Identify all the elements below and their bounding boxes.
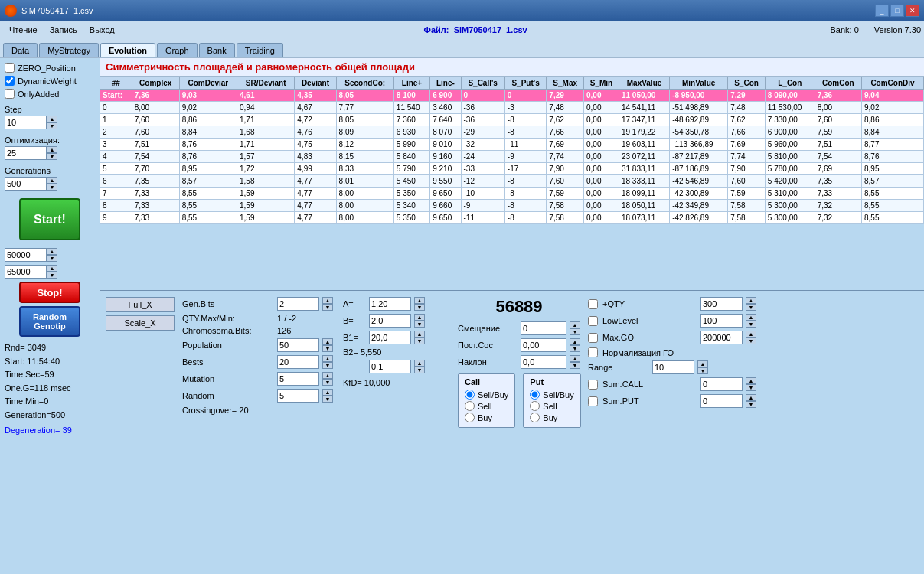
tab-traiding[interactable]: Traiding — [237, 43, 283, 57]
only-added-checkbox[interactable] — [5, 89, 15, 99]
optim-input[interactable] — [5, 146, 47, 160]
mut-up[interactable]: ▲ — [322, 372, 333, 379]
lowlevel-input[interactable] — [700, 314, 743, 328]
start-button[interactable]: Start! — [19, 198, 80, 240]
sumcall-check[interactable] — [588, 380, 598, 390]
random-button[interactable]: RandomGenotip — [19, 306, 80, 337]
mut-down[interactable]: ▼ — [322, 379, 333, 386]
sumput-down[interactable]: ▼ — [746, 401, 756, 408]
rand-down[interactable]: ▼ — [322, 396, 333, 403]
range-up[interactable]: ▲ — [697, 360, 708, 367]
population-input[interactable] — [277, 338, 319, 352]
sumput-input[interactable] — [700, 394, 743, 408]
gen-up[interactable]: ▲ — [47, 177, 57, 184]
b-input[interactable] — [369, 314, 411, 328]
tab-bank[interactable]: Bank — [199, 43, 235, 57]
b-up[interactable]: ▲ — [414, 314, 425, 321]
call-buy-radio[interactable] — [465, 413, 475, 422]
maxgo-up[interactable]: ▲ — [746, 331, 756, 338]
lowlevel-check[interactable] — [588, 316, 598, 326]
gen-bits-up[interactable]: ▲ — [322, 297, 333, 304]
call-sell-radio[interactable] — [465, 401, 475, 411]
plusqty-up[interactable]: ▲ — [746, 297, 756, 304]
dynamic-weight-checkbox[interactable] — [5, 76, 15, 86]
minimize-button[interactable]: _ — [875, 5, 889, 17]
smesh-down[interactable]: ▼ — [570, 328, 580, 335]
gen-input[interactable] — [5, 177, 47, 191]
smesh-input[interactable] — [521, 321, 566, 335]
range-input[interactable] — [652, 360, 694, 374]
maxgo-check[interactable] — [588, 333, 598, 343]
naklon-up[interactable]: ▲ — [570, 355, 580, 362]
put-buy-radio[interactable] — [530, 413, 540, 422]
b2-down[interactable]: ▼ — [414, 367, 425, 373]
a-down[interactable]: ▼ — [414, 304, 425, 311]
sumcall-down[interactable]: ▼ — [746, 384, 756, 391]
sumcall-input[interactable] — [700, 377, 743, 391]
pop-down[interactable]: ▼ — [322, 345, 333, 352]
pop-up[interactable]: ▲ — [322, 338, 333, 345]
normgo-check[interactable] — [588, 347, 598, 357]
step-down[interactable]: ▼ — [47, 122, 57, 129]
step-up[interactable]: ▲ — [47, 116, 57, 122]
menu-exit[interactable]: Выход — [83, 24, 121, 36]
gen-down[interactable]: ▼ — [47, 184, 57, 191]
tab-evolution[interactable]: Evolution — [100, 43, 155, 57]
mutation-input[interactable] — [277, 372, 319, 386]
lowlevel-down[interactable]: ▼ — [746, 321, 756, 328]
optim-down[interactable]: ▼ — [47, 153, 57, 160]
lowlevel-up[interactable]: ▲ — [746, 314, 756, 321]
b2-up[interactable]: ▲ — [414, 360, 425, 367]
spin2-input[interactable] — [5, 265, 47, 279]
plusqty-down[interactable]: ▼ — [746, 304, 756, 311]
stop-button[interactable]: Stop! — [19, 282, 80, 303]
a-input[interactable] — [369, 297, 411, 311]
naklon-down[interactable]: ▼ — [570, 362, 580, 369]
rand-up[interactable]: ▲ — [322, 389, 333, 396]
sumcall-up[interactable]: ▲ — [746, 377, 756, 384]
spin1-input[interactable] — [5, 248, 47, 262]
gen-bits-input[interactable] — [277, 297, 319, 311]
random-input[interactable] — [277, 389, 319, 403]
b1-input[interactable] — [369, 331, 411, 344]
tab-mystrategy[interactable]: MyStrategy — [39, 43, 99, 57]
full-x-button[interactable]: Full_X — [106, 297, 175, 312]
b1-down[interactable]: ▼ — [414, 338, 425, 344]
spin1-up[interactable]: ▲ — [47, 248, 57, 255]
spin1-down[interactable]: ▼ — [47, 255, 57, 262]
zero-position-checkbox[interactable] — [5, 63, 15, 73]
optim-up[interactable]: ▲ — [47, 146, 57, 153]
data-table-container[interactable]: ## Complex ComDeviar SR/Deviant Deviant … — [100, 77, 924, 291]
range-down[interactable]: ▼ — [697, 367, 708, 374]
plusqty-input[interactable] — [700, 297, 743, 311]
scale-x-button[interactable]: Scale_X — [106, 315, 175, 331]
post-input[interactable] — [521, 338, 566, 352]
sumput-check[interactable] — [588, 396, 598, 406]
close-button[interactable]: ✕ — [906, 5, 919, 17]
tab-data[interactable]: Data — [3, 43, 38, 57]
put-sell-radio[interactable] — [530, 401, 540, 411]
step-input[interactable] — [5, 116, 47, 129]
post-up[interactable]: ▲ — [570, 338, 580, 345]
tab-graph[interactable]: Graph — [157, 43, 198, 57]
a-up[interactable]: ▲ — [414, 297, 425, 304]
put-sellbuy-radio[interactable] — [530, 390, 540, 400]
maxgo-input[interactable] — [700, 331, 743, 344]
b2-input[interactable] — [369, 360, 411, 373]
b1-up[interactable]: ▲ — [414, 331, 425, 338]
menu-read[interactable]: Чтение — [3, 24, 44, 36]
maxgo-down[interactable]: ▼ — [746, 338, 756, 344]
b-down[interactable]: ▼ — [414, 321, 425, 328]
maximize-button[interactable]: □ — [890, 5, 904, 17]
bests-input[interactable] — [277, 355, 319, 369]
menu-write[interactable]: Запись — [44, 24, 83, 36]
bests-up[interactable]: ▲ — [322, 355, 333, 362]
naklon-input[interactable] — [521, 355, 566, 369]
gen-bits-down[interactable]: ▼ — [322, 304, 333, 311]
call-sellbuy-radio[interactable] — [465, 390, 475, 400]
post-down[interactable]: ▼ — [570, 345, 580, 352]
plusqty-check[interactable] — [588, 299, 598, 309]
smesh-up[interactable]: ▲ — [570, 321, 580, 328]
sumput-up[interactable]: ▲ — [746, 394, 756, 401]
spin2-up[interactable]: ▲ — [47, 265, 57, 272]
